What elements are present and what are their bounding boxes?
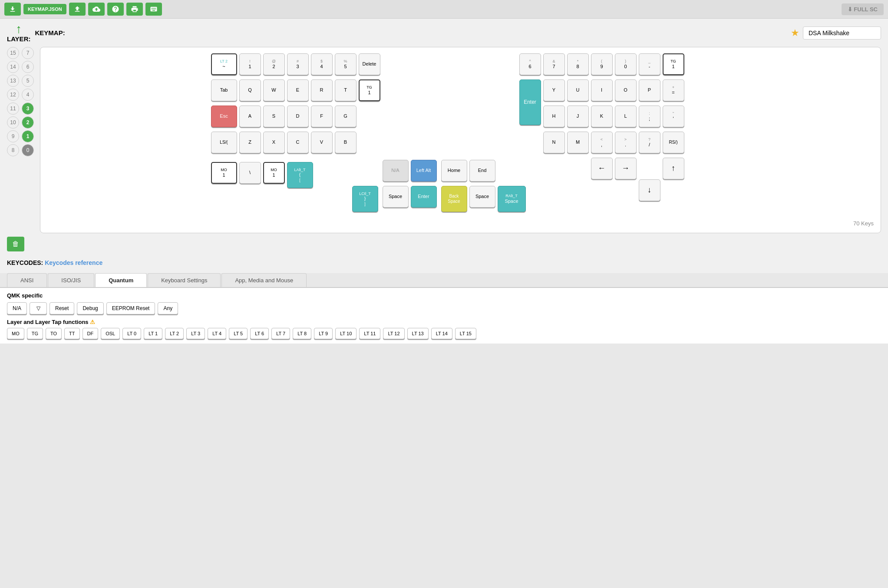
layer-fn-lt0[interactable]: LT 0 (122, 328, 141, 339)
key-backspace[interactable]: Back Space (441, 186, 467, 212)
key-backslash[interactable]: \ (239, 162, 261, 184)
tab-app-media-mouse[interactable]: App, Media and Mouse (221, 273, 307, 287)
qmk-key-debug[interactable]: Debug (77, 302, 103, 314)
qmk-key-na[interactable]: N/A (7, 302, 27, 314)
qmk-key-trns[interactable]: ▽ (30, 302, 47, 314)
key-comma[interactable]: < , (591, 132, 613, 153)
keymap-select[interactable]: DSA Milkshake (803, 26, 881, 40)
key-m[interactable]: M (567, 132, 589, 153)
layer-fn-tt[interactable]: TT (64, 328, 79, 339)
key-arrow-up[interactable]: ↑ (663, 158, 684, 179)
key-dollar-4[interactable]: $ 4 (311, 53, 333, 75)
key-j[interactable]: J (567, 106, 589, 127)
key-h[interactable]: H (543, 106, 565, 127)
key-f[interactable]: F (311, 106, 333, 127)
layer-num-13[interactable]: 13 (7, 75, 19, 87)
key-arrow-right[interactable]: → (615, 158, 637, 179)
key-b[interactable]: B (335, 132, 357, 153)
key-esc[interactable]: Esc (211, 106, 237, 127)
key-g[interactable]: G (335, 106, 357, 127)
keyboard-button[interactable] (145, 3, 162, 16)
key-star-8[interactable]: * 8 (567, 53, 589, 75)
tab-quantum[interactable]: Quantum (95, 273, 147, 287)
layer-fn-lt8[interactable]: LT 8 (293, 328, 311, 339)
print-button[interactable] (126, 3, 143, 16)
key-a[interactable]: A (239, 106, 261, 127)
layer-fn-lt6[interactable]: LT 6 (250, 328, 269, 339)
key-slash[interactable]: ? / (639, 132, 660, 153)
layer-num-14[interactable]: 14 (7, 61, 19, 73)
layer-fn-lt14[interactable]: LT 14 (431, 328, 452, 339)
key-t[interactable]: T (335, 79, 357, 101)
layer-fn-lt9[interactable]: LT 9 (314, 328, 333, 339)
tab-iso-jis[interactable]: ISO/JIS (48, 273, 94, 287)
key-na[interactable]: N/A (383, 160, 409, 182)
key-rshift[interactable]: RS/) (663, 132, 684, 153)
upload-button[interactable] (69, 3, 86, 16)
layer-num-8[interactable]: 8 (7, 144, 19, 156)
key-lparen-9[interactable]: ( 9 (591, 53, 613, 75)
key-lshift[interactable]: LS/( (211, 132, 237, 153)
key-at-2[interactable]: @ 2 (263, 53, 285, 75)
layer-fn-lt13[interactable]: LT 13 (407, 328, 429, 339)
key-i[interactable]: I (591, 79, 613, 101)
layer-fn-to[interactable]: TO (46, 328, 62, 339)
key-plus[interactable]: + = (663, 79, 684, 101)
layer-num-0[interactable]: 0 (22, 144, 34, 156)
help-button[interactable] (107, 3, 124, 16)
layer-fn-lt4[interactable]: LT 4 (208, 328, 226, 339)
layer-fn-mo[interactable]: MO (7, 328, 24, 339)
key-c[interactable]: C (287, 132, 309, 153)
key-k[interactable]: K (591, 106, 613, 127)
key-delete[interactable]: Delete (359, 53, 380, 75)
qmk-key-eeprom[interactable]: EEPROM Reset (106, 302, 155, 314)
layer-num-2[interactable]: 2 (22, 116, 34, 129)
key-w[interactable]: W (263, 79, 285, 101)
key-colon[interactable]: : ; (639, 106, 660, 127)
layer-num-12[interactable]: 12 (7, 89, 19, 101)
key-space-right[interactable]: Space (469, 186, 495, 208)
tab-keyboard-settings[interactable]: Keyboard Settings (148, 273, 221, 287)
qmk-key-reset[interactable]: Reset (50, 302, 74, 314)
key-y[interactable]: Y (543, 79, 565, 101)
key-mo-brace[interactable]: MO 1 (263, 162, 285, 184)
layer-num-11[interactable]: 11 (7, 102, 19, 115)
layer-fn-lt12[interactable]: LT 12 (383, 328, 404, 339)
key-excl-1[interactable]: ! 1 (239, 53, 261, 75)
layer-fn-lt5[interactable]: LT 5 (229, 328, 248, 339)
key-enter[interactable]: Enter (519, 79, 541, 125)
key-lalt-t[interactable]: LAlt_T { [ (287, 162, 313, 188)
key-amp-7[interactable]: & 7 (543, 53, 565, 75)
key-d[interactable]: D (287, 106, 309, 127)
key-r[interactable]: R (311, 79, 333, 101)
key-e[interactable]: E (287, 79, 309, 101)
download-button[interactable] (4, 3, 21, 16)
key-enter-bottom[interactable]: Enter (411, 186, 437, 208)
keycodes-link[interactable]: Keycodes reference (45, 259, 102, 266)
key-mo1[interactable]: MO 1 (211, 162, 237, 184)
key-home[interactable]: Home (441, 160, 467, 182)
key-tab[interactable]: Tab (211, 79, 237, 101)
layer-fn-lt10[interactable]: LT 10 (335, 328, 357, 339)
key-period[interactable]: > . (615, 132, 637, 153)
layer-fn-lt3[interactable]: LT 3 (186, 328, 205, 339)
key-l[interactable]: L (615, 106, 637, 127)
layer-fn-tg[interactable]: TG (27, 328, 43, 339)
cloud-upload-button[interactable] (88, 3, 105, 16)
key-rparen-0[interactable]: ) 0 (615, 53, 637, 75)
layer-num-3[interactable]: 3 (22, 102, 34, 115)
key-u[interactable]: U (567, 79, 589, 101)
key-arrow-down[interactable]: ↓ (639, 179, 660, 201)
key-end[interactable]: End (469, 160, 495, 182)
layer-fn-lt11[interactable]: LT 11 (359, 328, 380, 339)
key-n[interactable]: N (543, 132, 565, 153)
layer-fn-osl[interactable]: OSL (101, 328, 120, 339)
key-left-alt[interactable]: Left Alt (411, 160, 437, 182)
key-quote[interactable]: " ' (663, 106, 684, 127)
layer-num-15[interactable]: 15 (7, 47, 19, 59)
key-ralt-t[interactable]: RAlt_T Space (498, 186, 526, 212)
layer-fn-lt2[interactable]: LT 2 (165, 328, 184, 339)
layer-fn-lt15[interactable]: LT 15 (455, 328, 476, 339)
layer-num-1[interactable]: 1 (22, 130, 34, 142)
layer-num-9[interactable]: 9 (7, 130, 19, 142)
